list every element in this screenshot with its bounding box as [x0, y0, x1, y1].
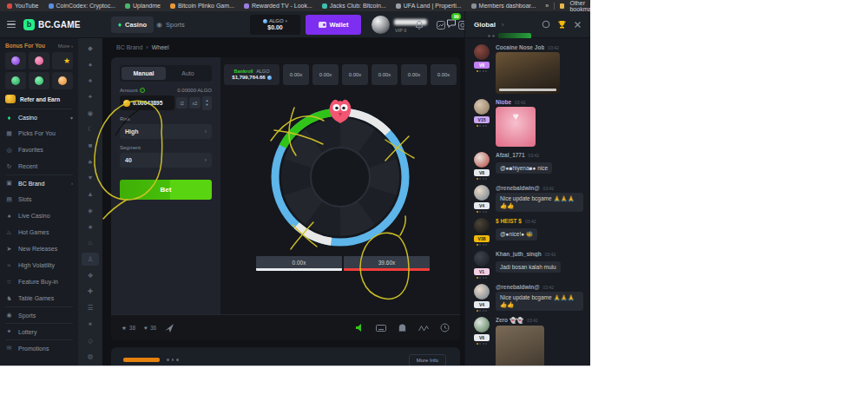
amount-input[interactable]: 0.00043895 — [120, 95, 174, 110]
chat-username[interactable]: @renebaldwin@ — [496, 284, 540, 290]
game-shortcut-icon[interactable]: ◈ — [82, 204, 99, 217]
sidebar-menu-item[interactable]: ◎ Favorites — [5, 142, 73, 158]
result-chip[interactable]: 0.00x — [283, 64, 309, 85]
sidebar-menu-item[interactable]: ♠ Live Casino — [5, 207, 73, 224]
bonus-more-link[interactable]: More › — [58, 43, 73, 49]
half-bet-button[interactable]: /2 — [176, 97, 187, 109]
chat-username[interactable]: Niobe — [496, 99, 511, 105]
game-shortcut-icon[interactable]: ▲ — [82, 188, 99, 201]
chat-username[interactable]: Zero 👻👻 — [496, 317, 523, 324]
step-down-icon[interactable]: ▼ — [206, 103, 209, 108]
bookmark-item[interactable]: UFA Land | Properti... — [396, 3, 462, 9]
share-icon[interactable] — [165, 324, 174, 332]
bonus-tile[interactable] — [5, 72, 26, 89]
avatar[interactable] — [474, 284, 490, 300]
bookmark-item[interactable]: CoinCodex: Cryptoc... — [49, 3, 115, 9]
game-shortcut-icon[interactable]: ♠ — [82, 74, 99, 87]
sidebar-menu-item[interactable]: ◉ Sports — [5, 306, 73, 323]
game-shortcut-icon[interactable]: ✦ — [82, 90, 99, 103]
sidebar-menu-item[interactable]: ♦ Casino ▾ — [5, 109, 73, 125]
close-chat-icon[interactable] — [574, 21, 582, 29]
tab-auto[interactable]: Auto — [166, 67, 210, 80]
chat-rules-icon[interactable] — [542, 20, 550, 29]
chat-username[interactable]: Khan_juth_singh — [496, 251, 542, 257]
bookmark-item[interactable]: Uplandme — [125, 3, 161, 9]
sound-icon[interactable] — [355, 323, 365, 332]
bookmark-item[interactable]: Bitcoin Plinko Gam... — [170, 3, 234, 9]
tab-casino[interactable]: ♦ Casino — [111, 16, 154, 33]
user-avatar[interactable] — [372, 16, 390, 34]
avatar[interactable] — [474, 251, 490, 267]
more-info-button[interactable]: More Info — [409, 354, 446, 366]
game-shortcut-icon[interactable]: ♥ — [82, 172, 99, 185]
other-bookmarks[interactable]: Other bookmarks — [569, 0, 590, 11]
game-shortcut-icon[interactable]: ♣ — [82, 155, 99, 168]
bcgame-logo[interactable]: b BC.GAME — [23, 19, 81, 30]
result-chip[interactable]: 0.00x — [401, 64, 427, 85]
sidebar-menu-item[interactable]: ➤ New Releases — [5, 240, 73, 257]
bonus-tile[interactable]: ★ — [52, 52, 73, 69]
trophy-icon[interactable] — [557, 20, 567, 30]
chat-image[interactable] — [496, 52, 560, 94]
result-chip[interactable]: 0.00x — [372, 64, 398, 85]
game-shortcut-icon[interactable]: ■ — [82, 139, 99, 152]
game-shortcut-icon[interactable]: ♙ — [82, 253, 99, 266]
bonus-tile[interactable] — [52, 72, 73, 89]
hamburger-menu-icon[interactable] — [7, 21, 16, 29]
history-clock-icon[interactable] — [440, 323, 450, 332]
keyboard-icon[interactable] — [376, 324, 386, 332]
chat-username[interactable]: Afzal_1771 — [496, 152, 525, 158]
chat-username[interactable]: @renebaldwin@ — [496, 185, 540, 191]
sidebar-menu-item[interactable]: ☆ Feature Buy-in — [5, 273, 73, 290]
result-chip[interactable]: 0.00x — [431, 64, 457, 85]
multiplier-bar[interactable]: 0.00x — [256, 256, 342, 271]
game-shortcut-icon[interactable]: ● — [82, 58, 99, 71]
avatar[interactable] — [474, 44, 490, 60]
sidebar-menu-item[interactable]: ↻ Recent — [5, 158, 73, 174]
game-shortcut-icon[interactable]: ☾ — [82, 123, 99, 136]
sidebar-menu-item[interactable]: ♞ Table Games — [5, 290, 73, 306]
balance-selector[interactable]: ALGO ▾ $0.00 — [250, 15, 300, 35]
chat-image[interactable]: ♥ — [496, 107, 536, 147]
avatar[interactable] — [474, 152, 490, 168]
chat-toggle-icon[interactable]: 99 — [446, 18, 457, 29]
sidebar-menu-item[interactable]: ✦ Lottery — [5, 323, 73, 339]
sidebar-menu-item[interactable]: ▦ Picks For You — [5, 125, 73, 142]
chevron-right-icon[interactable]: › — [502, 22, 503, 28]
avatar[interactable] — [474, 317, 490, 332]
bookmark-item[interactable]: YouTube — [7, 3, 39, 9]
avatar[interactable] — [474, 99, 490, 115]
sidebar-menu-item[interactable]: ≈ High Volatility — [5, 257, 73, 273]
bonus-tile[interactable] — [5, 52, 26, 69]
result-chip[interactable]: 0.00x — [342, 64, 368, 85]
bookmark-item[interactable]: Members dashboar... — [471, 3, 536, 9]
ghost-icon[interactable] — [398, 323, 407, 332]
sidebar-menu-item[interactable]: ✉ Promotions — [5, 339, 73, 356]
game-shortcut-icon[interactable]: ◉ — [82, 107, 99, 120]
chat-username[interactable]: $ HEIST $ — [496, 218, 522, 224]
avatar[interactable] — [474, 185, 490, 201]
notifications-bell-icon[interactable] — [414, 20, 424, 30]
chat-image[interactable] — [496, 326, 544, 366]
sidebar-menu-item[interactable]: ▤ Slots — [5, 191, 73, 207]
breadcrumb-section[interactable]: BC Brand — [116, 44, 142, 50]
bookmark-item[interactable]: Rewarded TV - Look... — [244, 3, 312, 9]
bonus-tile[interactable] — [29, 72, 49, 89]
multiplier-bar[interactable]: 39.60x — [344, 256, 430, 271]
info-icon[interactable]: i — [140, 88, 145, 93]
game-shortcut-icon[interactable]: ✚ — [82, 286, 99, 299]
game-shortcut-icon[interactable]: ❖ — [82, 269, 99, 282]
wallet-button[interactable]: Wallet — [306, 15, 361, 35]
risk-select[interactable]: High › — [120, 124, 212, 139]
sidebar-menu-item[interactable]: ▣ BC Brand › — [5, 174, 73, 191]
refer-and-earn[interactable]: Refer and Earn — [5, 95, 73, 103]
sidebar-menu-item[interactable]: ♨ Hot Games — [5, 224, 73, 240]
bookmark-item[interactable]: Jacks Club: Bitcoin... — [322, 3, 386, 9]
game-shortcut-icon[interactable]: ✶ — [82, 318, 99, 331]
game-shortcut-icon[interactable]: ◆ — [82, 42, 99, 55]
game-shortcut-icon[interactable]: ♨ — [82, 236, 99, 249]
game-shortcut-icon[interactable]: ★ — [82, 221, 99, 234]
double-bet-button[interactable]: x2 — [189, 97, 201, 109]
avatar[interactable] — [474, 218, 490, 234]
likes-count[interactable]: ♥ 36 — [144, 325, 156, 331]
